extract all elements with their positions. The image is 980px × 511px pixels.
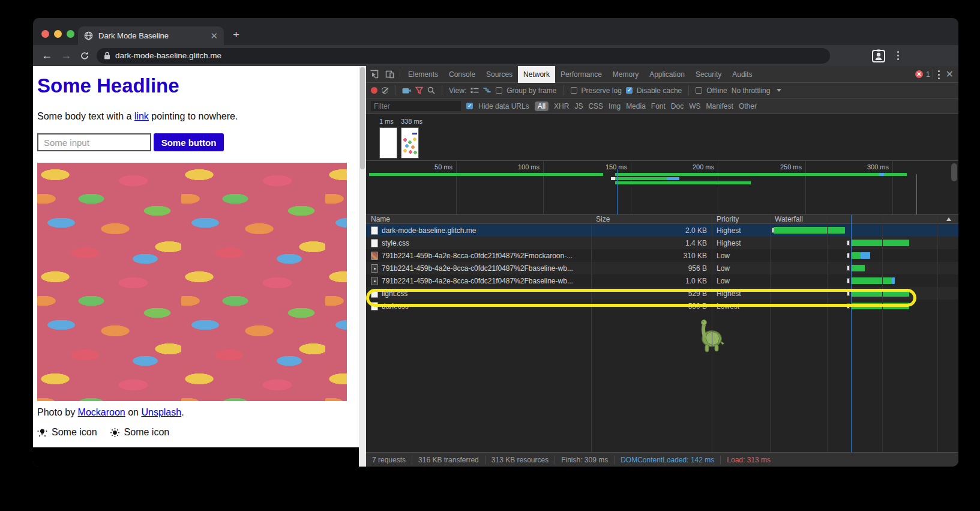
request-priority: Highest bbox=[712, 289, 770, 298]
resources-size: 313 KB resources bbox=[485, 456, 555, 464]
unsplash-link[interactable]: Unsplash bbox=[141, 407, 181, 417]
finish-time: Finish: 309 ms bbox=[555, 456, 615, 464]
tab-security[interactable]: Security bbox=[690, 66, 727, 83]
request-priority: Low bbox=[712, 277, 770, 285]
new-tab-button[interactable]: + bbox=[233, 29, 239, 40]
column-name[interactable]: Name bbox=[366, 215, 591, 223]
column-size[interactable]: Size bbox=[591, 215, 712, 223]
address-field[interactable]: dark-mode-baseline.glitch.me bbox=[97, 48, 830, 64]
filter-type-media[interactable]: Media bbox=[626, 102, 646, 110]
tab-title: Dark Mode Baseline bbox=[98, 31, 210, 40]
window-controls[interactable] bbox=[41, 30, 74, 38]
offline-checkbox[interactable] bbox=[696, 87, 702, 94]
screenshot-time-label: 338 ms bbox=[401, 118, 422, 125]
filter-type-ws[interactable]: WS bbox=[689, 102, 700, 110]
disable-cache-checkbox[interactable] bbox=[626, 87, 633, 94]
request-row-dark.css[interactable]: dark.css530 BLowest bbox=[366, 300, 958, 312]
document-file-icon bbox=[371, 289, 378, 298]
preserve-log-label[interactable]: Preserve log bbox=[582, 86, 622, 95]
filter-type-manifest[interactable]: Manifest bbox=[706, 102, 733, 110]
devtools-menu-icon[interactable] bbox=[938, 70, 940, 72]
table-header: Name Size Priority Waterfall bbox=[366, 215, 958, 224]
reload-icon[interactable] bbox=[80, 51, 89, 61]
filter-type-css[interactable]: CSS bbox=[588, 102, 603, 110]
group-by-frame-label[interactable]: Group by frame bbox=[507, 86, 556, 95]
request-row-dark-mode-baseline.glitch.me[interactable]: dark-mode-baseline.glitch.me2.0 KBHighes… bbox=[366, 224, 958, 237]
minimize-window-button[interactable] bbox=[54, 30, 62, 38]
request-row-style.css[interactable]: style.css1.4 KBHighest bbox=[366, 237, 958, 249]
load-time: Load: 313 ms bbox=[721, 456, 777, 464]
request-row-791b2241-459b-4a2e-8cca-c0fd[interactable]: 791b2241-459b-4a2e-8cca-c0fdc21f0487%2Fm… bbox=[366, 249, 958, 262]
device-toolbar-icon[interactable] bbox=[382, 68, 397, 80]
filter-type-js[interactable]: JS bbox=[574, 102, 583, 110]
load-event-line bbox=[916, 174, 917, 214]
tab-close-icon[interactable]: ✕ bbox=[210, 31, 218, 41]
ruler-gridline bbox=[892, 161, 893, 214]
tab-sources[interactable]: Sources bbox=[481, 66, 518, 83]
waterfall-view-icon[interactable] bbox=[483, 87, 492, 94]
request-size: 1.0 KB bbox=[591, 277, 712, 285]
tab-audits[interactable]: Audits bbox=[727, 66, 757, 83]
mockaroon-link[interactable]: Mockaroon bbox=[78, 407, 125, 417]
sort-ascending-icon[interactable] bbox=[946, 217, 951, 221]
request-row-791b2241-459b-4a2e-8cca-c0fd[interactable]: 791b2241-459b-4a2e-8cca-c0fdc21f0487%2Fb… bbox=[366, 274, 958, 287]
disable-cache-label[interactable]: Disable cache bbox=[637, 86, 682, 95]
body-link[interactable]: link bbox=[134, 111, 149, 121]
filter-type-xhr[interactable]: XHR bbox=[554, 102, 569, 110]
back-icon[interactable]: ← bbox=[41, 49, 52, 62]
large-rows-icon[interactable] bbox=[470, 87, 479, 94]
browser-tab[interactable]: Dark Mode Baseline ✕ bbox=[78, 26, 224, 45]
filter-type-doc[interactable]: Doc bbox=[671, 102, 684, 110]
throttling-select[interactable]: No throttling bbox=[732, 86, 771, 95]
preserve-log-checkbox[interactable] bbox=[571, 87, 577, 94]
tab-application[interactable]: Application bbox=[644, 66, 690, 83]
tab-memory[interactable]: Memory bbox=[607, 66, 644, 83]
chevron-down-icon[interactable] bbox=[777, 89, 781, 92]
column-priority[interactable]: Priority bbox=[712, 215, 770, 223]
hide-data-urls-checkbox[interactable] bbox=[466, 103, 473, 109]
filter-funnel-icon[interactable] bbox=[415, 86, 423, 94]
filter-input[interactable] bbox=[371, 101, 461, 111]
overview-bar-row bbox=[366, 177, 958, 180]
request-priority: Highest bbox=[712, 239, 770, 247]
filter-type-img[interactable]: Img bbox=[609, 102, 621, 110]
group-by-frame-checkbox[interactable] bbox=[496, 87, 502, 94]
page-scrollbar[interactable] bbox=[359, 66, 366, 467]
image-dark-file-icon bbox=[371, 277, 378, 285]
profile-icon[interactable] bbox=[872, 49, 885, 62]
hide-data-urls-label[interactable]: Hide data URLs bbox=[478, 102, 529, 110]
search-icon[interactable] bbox=[427, 86, 435, 94]
screenshot-thumbnail-blank[interactable] bbox=[379, 127, 397, 159]
filter-type-all[interactable]: All bbox=[535, 101, 549, 111]
some-input-field[interactable] bbox=[37, 133, 151, 151]
page-body-text: Some body text with a link pointing to n… bbox=[37, 111, 238, 122]
forward-icon[interactable]: → bbox=[61, 49, 71, 62]
url-text: dark-mode-baseline.glitch.me bbox=[115, 51, 221, 60]
tab-elements[interactable]: Elements bbox=[403, 66, 443, 83]
inspect-element-icon[interactable] bbox=[366, 68, 382, 80]
tab-network[interactable]: Network bbox=[518, 66, 555, 83]
zoom-window-button[interactable] bbox=[67, 30, 74, 38]
request-row-791b2241-459b-4a2e-8cca-c0fd[interactable]: 791b2241-459b-4a2e-8cca-c0fdc21f0487%2Fb… bbox=[366, 262, 958, 274]
tab-console[interactable]: Console bbox=[443, 66, 481, 83]
page-viewport: Some Headline Some body text with a link… bbox=[33, 66, 359, 467]
error-badge[interactable]: ✕1 bbox=[915, 70, 930, 79]
column-waterfall[interactable]: Waterfall bbox=[770, 215, 803, 223]
screenshot-camera-icon[interactable] bbox=[402, 87, 411, 94]
scrollbar-thumb[interactable] bbox=[360, 67, 365, 169]
browser-menu-icon[interactable] bbox=[897, 51, 899, 53]
offline-label[interactable]: Offline bbox=[706, 86, 727, 95]
photo-caption: Photo by Mockaroon on Unsplash. bbox=[37, 407, 184, 418]
some-button[interactable]: Some button bbox=[154, 133, 224, 151]
request-row-light.css[interactable]: light.css529 BHighest bbox=[366, 287, 958, 300]
clear-icon[interactable] bbox=[382, 87, 388, 94]
record-icon[interactable] bbox=[371, 87, 377, 94]
requests-count: 7 requests bbox=[366, 456, 412, 464]
screenshot-thumbnail-loaded[interactable] bbox=[401, 127, 419, 159]
close-window-button[interactable] bbox=[41, 30, 49, 38]
filter-type-other[interactable]: Other bbox=[739, 102, 757, 110]
network-overview[interactable]: 50 ms 100 ms 150 ms 200 ms 250 ms 300 ms bbox=[366, 161, 958, 215]
tab-performance[interactable]: Performance bbox=[555, 66, 607, 83]
filter-type-font[interactable]: Font bbox=[651, 102, 666, 110]
devtools-close-icon[interactable]: ✕ bbox=[946, 68, 954, 80]
